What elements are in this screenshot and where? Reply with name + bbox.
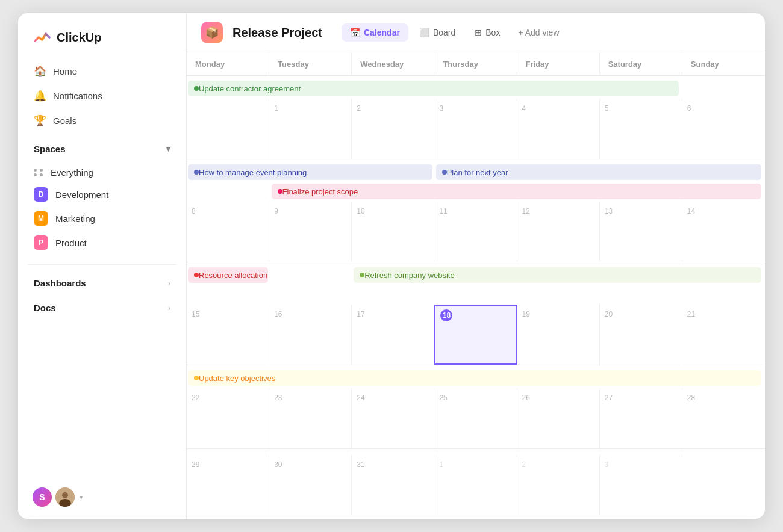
- app-container: ClickUp 🏠 Home 🔔 Notifications 🏆 Goals S…: [18, 13, 765, 519]
- event-finalize-scope[interactable]: Finalize project scope: [272, 184, 761, 199]
- day-cell[interactable]: 27: [600, 388, 682, 448]
- dashboards-label: Dashboards: [34, 278, 86, 288]
- spaces-chevron-icon[interactable]: ▾: [166, 144, 170, 153]
- nav-goals[interactable]: 🏆 Goals: [25, 108, 179, 133]
- day-cell[interactable]: 6: [682, 99, 765, 159]
- day-cell[interactable]: 20: [600, 305, 682, 365]
- day-cell[interactable]: 1: [434, 455, 517, 515]
- day-cell[interactable]: 10: [352, 202, 434, 262]
- day-number: 19: [522, 310, 530, 318]
- day-cell[interactable]: 15: [187, 305, 269, 365]
- day-cell[interactable]: 25: [434, 388, 517, 448]
- day-header-friday: Friday: [517, 52, 600, 75]
- day-number: 3: [439, 104, 443, 113]
- event-dot: [360, 273, 364, 277]
- avatar-caret-icon[interactable]: ▾: [80, 493, 83, 501]
- day-number: 1: [274, 104, 278, 113]
- day-header-thursday: Thursday: [434, 52, 517, 75]
- event-resource-allocation[interactable]: Resource allocation: [188, 267, 268, 283]
- tab-board[interactable]: ⬜ Board: [411, 23, 464, 42]
- event-update-contractor[interactable]: Update contractor agreement: [188, 81, 679, 96]
- development-badge: D: [34, 187, 48, 202]
- event-dot: [194, 86, 199, 91]
- day-cell[interactable]: 9: [269, 202, 352, 262]
- day-cell[interactable]: 28: [682, 388, 765, 448]
- day-cell[interactable]: 5: [600, 99, 682, 159]
- space-everything[interactable]: Everything: [25, 162, 179, 182]
- event-label: Finalize project scope: [282, 187, 358, 196]
- event-label: Update key objectives: [199, 374, 275, 383]
- day-cell[interactable]: 17: [352, 305, 434, 365]
- docs-item[interactable]: Docs ›: [18, 295, 186, 320]
- space-development[interactable]: D Development: [25, 182, 179, 206]
- day-cell[interactable]: 23: [269, 388, 352, 448]
- calendar-week-1: Update contractor agreement 1 2 3 4 5 6: [187, 76, 765, 159]
- day-cell[interactable]: 2: [517, 455, 600, 515]
- calendar-tab-icon: 📅: [350, 28, 360, 37]
- space-marketing[interactable]: M Marketing: [25, 206, 179, 230]
- week-5-days: 29 30 31 1 2 3: [187, 455, 765, 515]
- event-update-objectives[interactable]: Update key objectives: [188, 370, 761, 386]
- nav-home[interactable]: 🏠 Home: [25, 59, 179, 84]
- week-4-days: 22 23 24 25 26 27 28: [187, 388, 765, 448]
- day-number: 16: [274, 310, 282, 318]
- calendar-week-4: Update key objectives 22 23 24 25 26 27 …: [187, 365, 765, 449]
- week-3-days: 15 16 17 18 19 20 21: [187, 305, 765, 365]
- day-number: 21: [687, 310, 695, 318]
- space-development-label: Development: [55, 190, 108, 200]
- nav-notifications[interactable]: 🔔 Notifications: [25, 84, 179, 108]
- day-cell[interactable]: 16: [269, 305, 352, 365]
- day-number: 2: [357, 104, 361, 113]
- dashboards-item[interactable]: Dashboards ›: [18, 271, 186, 295]
- day-cell[interactable]: 2: [352, 99, 434, 159]
- day-cell[interactable]: 13: [600, 202, 682, 262]
- day-number: 20: [605, 310, 613, 318]
- day-cell-today[interactable]: 18: [434, 305, 517, 365]
- day-number: 13: [605, 207, 613, 215]
- day-number: 22: [192, 394, 199, 402]
- day-cell[interactable]: 3: [600, 455, 682, 515]
- event-plan-next-year[interactable]: Plan for next year: [436, 164, 761, 180]
- event-how-to-manage[interactable]: How to manage event planning: [188, 164, 432, 180]
- day-cell[interactable]: 22: [187, 388, 269, 448]
- space-product[interactable]: P Product: [25, 230, 179, 255]
- day-number: 2: [522, 460, 526, 469]
- week-1-days: 1 2 3 4 5 6: [187, 99, 765, 159]
- spaces-label: Spaces: [34, 144, 66, 154]
- logo-text: ClickUp: [57, 31, 101, 45]
- day-cell[interactable]: 1: [269, 99, 352, 159]
- day-cell[interactable]: 31: [352, 455, 434, 515]
- day-cell[interactable]: 3: [434, 99, 517, 159]
- event-label: How to manage event planning: [199, 168, 307, 177]
- day-cell[interactable]: 8: [187, 202, 269, 262]
- day-cell[interactable]: 30: [269, 455, 352, 515]
- day-cell[interactable]: 24: [352, 388, 434, 448]
- logo-area: ClickUp: [18, 13, 186, 59]
- day-header-sunday: Sunday: [682, 52, 765, 75]
- day-cell[interactable]: 19: [517, 305, 600, 365]
- day-number: 8: [192, 207, 196, 215]
- dashboards-chevron-icon: ›: [168, 279, 170, 288]
- day-cell[interactable]: 4: [517, 99, 600, 159]
- day-number: 30: [274, 460, 282, 469]
- docs-chevron-icon: ›: [168, 303, 170, 312]
- add-view-button[interactable]: + Add view: [511, 23, 566, 42]
- day-cell[interactable]: [187, 99, 269, 159]
- board-tab-icon: ⬜: [419, 28, 429, 37]
- day-cell[interactable]: 14: [682, 202, 765, 262]
- event-refresh-website[interactable]: Refresh company website: [354, 267, 761, 283]
- day-number: 11: [439, 207, 447, 215]
- nav-links: 🏠 Home 🔔 Notifications 🏆 Goals: [18, 59, 186, 133]
- day-cell[interactable]: 12: [517, 202, 600, 262]
- svg-point-1: [62, 492, 68, 498]
- sidebar-footer: S ▾: [18, 475, 186, 519]
- tab-box[interactable]: ⊞ Box: [466, 23, 508, 42]
- day-cell[interactable]: 11: [434, 202, 517, 262]
- day-cell[interactable]: 26: [517, 388, 600, 448]
- tab-calendar[interactable]: 📅 Calendar: [342, 23, 408, 42]
- day-number: 6: [687, 104, 691, 113]
- day-cell[interactable]: 21: [682, 305, 765, 365]
- day-cell[interactable]: 29: [187, 455, 269, 515]
- day-cell[interactable]: [682, 455, 765, 515]
- calendar-week-3: Resource allocation Refresh company webs…: [187, 262, 765, 365]
